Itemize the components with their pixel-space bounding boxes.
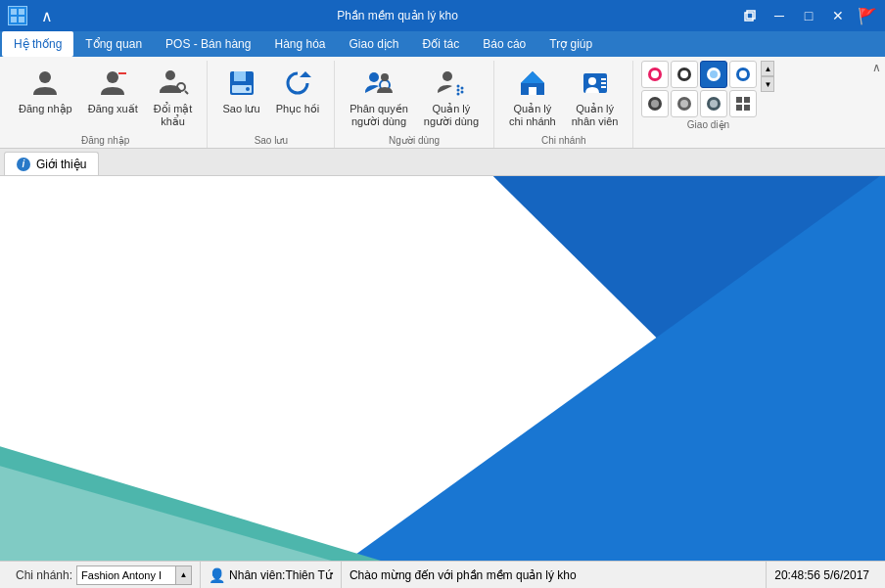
tab-label: Giới thiệu — [36, 158, 86, 171]
theme-btn-8[interactable] — [729, 90, 757, 117]
svg-rect-2 — [11, 17, 17, 23]
ribbon-btn-quan-ly-nguoi-dung[interactable]: Quản lýngười dùng — [417, 61, 486, 133]
ribbon-btn-dang-nhap[interactable]: Đăng nhập — [12, 61, 79, 120]
doi-mat-khau-icon — [156, 66, 191, 101]
ribbon-btn-phan-quyen[interactable]: Phân quyềnngười dùng — [343, 61, 415, 133]
ribbon-items-sao-luu: Sao lưu Phục hồi — [215, 61, 326, 133]
branch-dropdown-arrow[interactable]: ▲ — [175, 566, 191, 584]
svg-rect-0 — [11, 9, 17, 15]
ribbon-btn-sao-luu[interactable]: Sao lưu — [215, 61, 266, 120]
title-bar-left: ∧ — [8, 5, 59, 27]
svg-rect-1 — [19, 9, 24, 15]
ribbon-group-giao-dien: ▲ ▼ Giao diện — [633, 61, 782, 148]
ribbon-btn-dang-xuat[interactable]: Đăng xuất — [81, 61, 145, 120]
status-branch: Chi nhánh: Fashion Antony I ▲ — [8, 562, 201, 588]
menu-item-tro-giup[interactable]: Trợ giúp — [537, 31, 604, 57]
status-datetime: 20:48:56 5/6/2017 — [767, 562, 877, 588]
title-bar-menu-button[interactable]: ∧ — [35, 5, 59, 27]
svg-point-41 — [739, 70, 747, 78]
branch-label: Chi nhánh: — [16, 568, 72, 582]
svg-point-17 — [369, 72, 379, 82]
tab-gioi-thieu[interactable]: i Giới thiệu — [4, 152, 99, 175]
minimize-button[interactable]: ─ — [766, 2, 793, 29]
svg-marker-16 — [300, 71, 311, 77]
title-bar: ∧ Phần mềm quản lý kho ─ □ ✕ 🚩 — [0, 0, 885, 31]
svg-rect-50 — [736, 105, 742, 111]
dang-xuat-label: Đăng xuất — [88, 103, 138, 115]
menu-item-he-thong[interactable]: Hệ thống — [2, 31, 73, 57]
app-icon — [8, 6, 27, 25]
group-label-giao-dien: Giao diện — [687, 119, 729, 130]
svg-point-47 — [710, 100, 718, 108]
ribbon: Đăng nhập Đăng xuất — [0, 57, 885, 149]
ribbon-btn-doi-mat-khau[interactable]: Đổi mậtkhẩu — [147, 61, 200, 133]
svg-rect-4 — [745, 13, 753, 21]
ribbon-btn-quan-ly-chi-nhanh[interactable]: Quản lýchi nhánh — [502, 61, 563, 133]
menu-item-giao-dich[interactable]: Giao dịch — [338, 31, 411, 57]
dang-nhap-icon — [27, 66, 63, 101]
ribbon-group-nguoi-dung: Phân quyềnngười dùng — [335, 61, 494, 148]
svg-point-6 — [39, 71, 51, 83]
ribbon-btn-quan-ly-nhan-vien[interactable]: Quản lýnhân viên — [565, 61, 626, 133]
phan-quyen-label: Phân quyềnngười dùng — [349, 103, 408, 128]
restore-button[interactable] — [736, 2, 764, 29]
datetime-label: 20:48:56 5/6/2017 — [774, 568, 869, 582]
ribbon-wrapper: Đăng nhập Đăng xuất — [0, 57, 885, 149]
ribbon-btn-phuc-hoi[interactable]: Phục hồi — [269, 61, 327, 120]
branch-selector[interactable]: Fashion Antony I ▲ — [76, 565, 192, 585]
quan-ly-nguoi-dung-icon — [434, 66, 469, 101]
maximize-button[interactable]: □ — [795, 2, 822, 29]
svg-rect-5 — [747, 11, 755, 19]
window-title: Phần mềm quản lý kho — [59, 9, 736, 23]
menu-item-doi-tac[interactable]: Đối tác — [411, 31, 472, 57]
svg-point-35 — [651, 70, 659, 78]
menu-bar: Hệ thống Tổng quan POS - Bán hàng Hàng h… — [0, 31, 885, 57]
group-label-sao-luu: Sao lưu — [255, 135, 288, 146]
phan-quyen-icon — [361, 66, 396, 101]
welcome-message: Chào mừng đến với phần mềm quản lý kho — [349, 568, 577, 582]
theme-btn-6[interactable] — [671, 90, 698, 117]
theme-btn-2[interactable] — [671, 61, 698, 88]
close-button[interactable]: ✕ — [824, 2, 852, 29]
theme-btn-1[interactable] — [641, 61, 669, 88]
theme-btn-4[interactable] — [729, 61, 757, 88]
svg-point-7 — [107, 71, 118, 83]
quan-ly-nhan-vien-icon — [578, 66, 613, 101]
svg-point-19 — [381, 73, 389, 81]
menu-item-pos[interactable]: POS - Bán hàng — [154, 31, 262, 57]
theme-btn-5[interactable] — [641, 90, 669, 117]
group-label-nguoi-dung: Người dùng — [389, 135, 440, 146]
theme-icons-grid — [641, 61, 757, 117]
dang-xuat-icon — [95, 66, 130, 101]
quan-ly-chi-nhanh-icon — [515, 66, 550, 101]
ribbon-group-chi-nhanh: Quản lýchi nhánh Quản lýnhân viên — [494, 61, 633, 148]
sao-luu-label: Sao lưu — [222, 103, 259, 115]
theme-scroll: ▲ ▼ — [761, 61, 774, 92]
theme-btn-7[interactable] — [700, 90, 727, 117]
svg-point-43 — [651, 100, 659, 108]
content-area — [0, 176, 885, 561]
quan-ly-chi-nhanh-label: Quản lýchi nhánh — [509, 103, 556, 128]
svg-point-39 — [710, 70, 718, 78]
svg-point-45 — [680, 100, 688, 108]
svg-rect-51 — [744, 105, 750, 111]
ribbon-items-nguoi-dung: Phân quyềnngười dùng — [343, 61, 486, 133]
theme-scroll-down[interactable]: ▼ — [761, 76, 774, 92]
menu-item-tong-quan[interactable]: Tổng quan — [73, 31, 154, 57]
group-label-chi-nhanh: Chi nhánh — [541, 135, 586, 146]
branch-value: Fashion Antony I — [77, 569, 175, 581]
quan-ly-nhan-vien-label: Quản lýnhân viên — [572, 103, 619, 128]
employee-icon: 👤 — [209, 567, 225, 583]
theme-scroll-up[interactable]: ▲ — [761, 61, 774, 76]
svg-rect-13 — [234, 71, 246, 81]
menu-item-hang-hoa[interactable]: Hàng hóa — [262, 31, 337, 57]
svg-line-11 — [185, 91, 188, 94]
ribbon-collapse-button[interactable]: ∧ — [872, 61, 881, 74]
svg-rect-28 — [529, 87, 536, 95]
svg-point-25 — [460, 91, 463, 94]
svg-point-20 — [442, 71, 452, 81]
ribbon-items-chi-nhanh: Quản lýchi nhánh Quản lýnhân viên — [502, 61, 625, 133]
theme-btn-3[interactable] — [700, 61, 727, 88]
doi-mat-khau-label: Đổi mậtkhẩu — [154, 103, 193, 128]
menu-item-bao-cao[interactable]: Báo cáo — [471, 31, 537, 57]
